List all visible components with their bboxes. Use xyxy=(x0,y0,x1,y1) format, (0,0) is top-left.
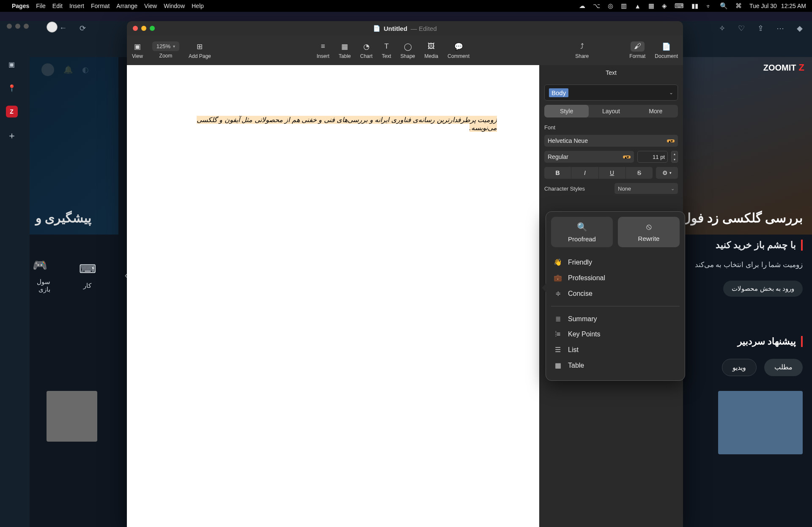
tb-media[interactable]: 🖼Media xyxy=(425,41,439,59)
app-icon[interactable]: ▦ xyxy=(648,2,654,10)
font-family-dropdown[interactable]: Helvetica Neue ▴▾ xyxy=(544,135,678,147)
tb-insert[interactable]: ≡Insert xyxy=(317,41,329,59)
hero-card-left[interactable]: پیشگیری و xyxy=(30,57,118,235)
tb-share[interactable]: ⤴Share xyxy=(575,41,589,59)
tb-shape[interactable]: ◯Shape xyxy=(401,41,415,59)
mountain-icon[interactable]: ▲ xyxy=(634,3,641,10)
app-menu[interactable]: Pages xyxy=(12,3,29,9)
sidebar-icon: ▣ xyxy=(134,41,141,52)
extension-icon[interactable]: ✧ xyxy=(719,24,725,33)
input-lang-icon[interactable]: ⌨︎ xyxy=(675,2,684,10)
copilot-icon[interactable]: ◆ xyxy=(797,24,803,33)
article-thumb-left[interactable] xyxy=(47,391,97,442)
document-title[interactable]: Untitled xyxy=(384,25,407,32)
paragraph-style-dropdown[interactable]: Body ⌄ xyxy=(544,85,678,101)
tb-table[interactable]: ▦Table xyxy=(339,41,351,59)
transform-summary[interactable]: ≣Summary xyxy=(551,311,680,326)
rail-library-icon[interactable]: ▣ xyxy=(6,58,18,70)
mac-menubar: Pages File Edit Insert Format Arrange Vi… xyxy=(0,0,812,12)
category-console[interactable]: 🎮 سول بازی xyxy=(30,258,50,293)
tab-style[interactable]: Style xyxy=(544,105,589,117)
tb-text[interactable]: TText xyxy=(382,41,391,59)
rail-zoomit-tab[interactable]: Z xyxy=(6,106,18,117)
share-browser-icon[interactable]: ⇪ xyxy=(757,24,764,33)
rail-pin-icon[interactable]: 📍 xyxy=(6,82,18,94)
heart-icon[interactable]: ♡ xyxy=(738,24,745,33)
tone-professional[interactable]: 💼Professional xyxy=(551,270,680,285)
font-size-field[interactable]: 11 pt xyxy=(637,151,668,163)
menubar-time[interactable]: 12:25 AM xyxy=(781,3,806,9)
stepper-icon[interactable]: ▴▾ xyxy=(667,139,675,142)
list-icon: ☰ xyxy=(554,346,562,354)
spotlight-icon[interactable]: 🔍 xyxy=(720,2,728,10)
more-icon[interactable]: ⋯ xyxy=(776,24,784,33)
zoom-window-button[interactable] xyxy=(150,26,155,31)
tab-layout[interactable]: Layout xyxy=(589,105,633,117)
italic-button[interactable]: I xyxy=(571,167,598,179)
buy-cta-button[interactable]: ورود به بخش محصولات xyxy=(723,281,803,297)
menubar-date[interactable]: Tue Jul 30 xyxy=(749,3,777,9)
translate-icon[interactable]: ⌥ xyxy=(593,2,600,10)
zoomit-logo[interactable]: ZZOOMIT xyxy=(763,62,804,73)
gear-icon: ⚙ xyxy=(662,169,668,176)
telegram-icon[interactable]: ◈ xyxy=(662,2,667,10)
briefcase-icon: 💼 xyxy=(554,274,562,282)
menu-view[interactable]: View xyxy=(144,3,157,9)
chip-article[interactable]: مطلب xyxy=(764,359,803,376)
cloud-icon[interactable]: ☁︎ xyxy=(579,2,585,10)
rail-add-tab-icon[interactable]: ＋ xyxy=(7,129,16,142)
menu-edit[interactable]: Edit xyxy=(52,3,63,9)
rewrite-button[interactable]: ⦸ Rewrite xyxy=(618,217,680,247)
wave-icon: 👋 xyxy=(554,258,562,266)
transform-list[interactable]: ☰List xyxy=(551,342,680,357)
strikethrough-button[interactable]: S xyxy=(626,167,653,179)
menu-help[interactable]: Help xyxy=(192,3,204,9)
stage-manager-icon[interactable]: ▥ xyxy=(621,2,627,10)
tb-format[interactable]: 🖌Format xyxy=(629,41,645,59)
tab-more[interactable]: More xyxy=(634,105,678,117)
bold-button[interactable]: B xyxy=(544,167,571,179)
advanced-font-button[interactable]: ⚙▾ xyxy=(656,167,678,179)
browser-profile-avatar[interactable] xyxy=(47,22,58,33)
proofread-button[interactable]: 🔍 Proofread xyxy=(551,217,613,247)
menu-file[interactable]: File xyxy=(36,3,46,9)
tb-zoom[interactable]: 125%▾ Zoom xyxy=(152,41,179,59)
browser-traffic-lights[interactable] xyxy=(7,24,29,29)
stepper-icon[interactable]: ▴▾ xyxy=(623,156,631,158)
control-center-icon[interactable]: ⌘ xyxy=(735,2,742,10)
tb-view[interactable]: ▣ View xyxy=(132,41,143,59)
menu-arrange[interactable]: Arrange xyxy=(116,3,137,9)
minimize-window-button[interactable] xyxy=(141,26,146,31)
menu-insert[interactable]: Insert xyxy=(69,3,84,9)
pages-toolbar: ▣ View 125%▾ Zoom ⊞ Add Page ≡Insert ▦Ta… xyxy=(127,35,683,65)
tb-chart[interactable]: ◔Chart xyxy=(360,41,372,59)
tb-document[interactable]: 📄Document xyxy=(655,41,678,59)
insert-icon: ≡ xyxy=(321,41,325,52)
wifi-icon[interactable]: ᯤ xyxy=(706,3,712,10)
document-file-icon: 📄 xyxy=(373,25,380,32)
chip-video[interactable]: ویدیو xyxy=(722,359,757,376)
back-icon[interactable]: ← xyxy=(59,24,67,33)
inspector-title: Text xyxy=(544,65,678,80)
reload-icon[interactable]: ⟳ xyxy=(80,24,86,33)
battery-icon[interactable]: ▮▮ xyxy=(691,2,698,10)
chevron-down-icon: ▾ xyxy=(173,44,175,49)
character-styles-dropdown[interactable]: None ⌄ xyxy=(614,183,678,194)
font-weight-dropdown[interactable]: Regular ▴▾ xyxy=(544,151,634,163)
document-canvas[interactable]: زومیت پرطرفدارترین رسانه‌ی فناوری ایرانه… xyxy=(127,65,539,527)
font-size-stepper[interactable]: ▴▾ xyxy=(671,151,678,163)
airplay-icon[interactable]: ◎ xyxy=(608,2,613,10)
document-body-text[interactable]: زومیت پرطرفدارترین رسانه‌ی فناوری ایرانه… xyxy=(186,116,497,132)
close-window-button[interactable] xyxy=(133,26,138,31)
tone-concise[interactable]: ≑Concise xyxy=(551,286,680,301)
article-thumb-right[interactable] xyxy=(718,391,803,454)
menu-format[interactable]: Format xyxy=(91,3,110,9)
tb-comment[interactable]: 💬Comment xyxy=(447,41,469,59)
underline-button[interactable]: U xyxy=(599,167,626,179)
transform-keypoints[interactable]: ⦙≡Key Points xyxy=(551,327,680,341)
menu-window[interactable]: Window xyxy=(164,3,185,9)
transform-table[interactable]: ▦Table xyxy=(551,358,680,373)
tb-add-page[interactable]: ⊞ Add Page xyxy=(189,41,211,59)
tone-friendly[interactable]: 👋Friendly xyxy=(551,255,680,270)
category-work[interactable]: ⌨ کار xyxy=(79,262,96,289)
